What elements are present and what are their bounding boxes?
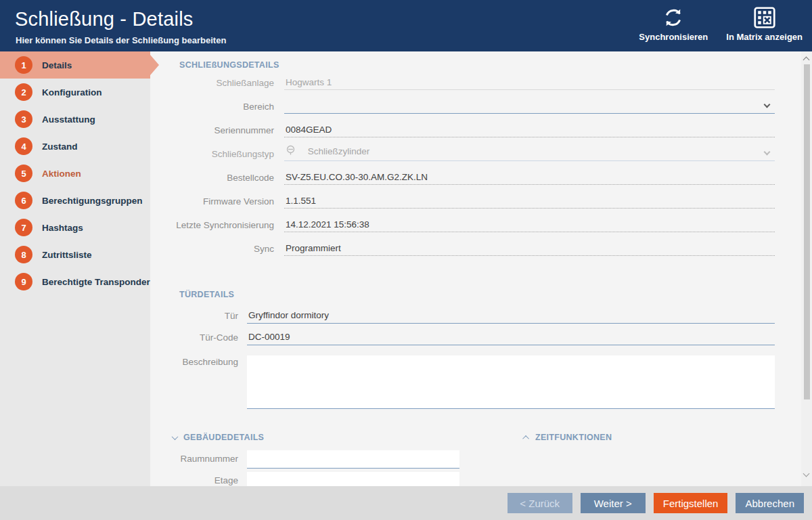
- step-number-badge: 9: [15, 273, 32, 290]
- field-seriennummer: Seriennummer 0084GEAD: [150, 114, 775, 137]
- chevron-up-icon: [522, 435, 529, 441]
- etage-input[interactable]: [247, 472, 459, 486]
- field-sync: Sync Programmiert: [150, 232, 775, 256]
- page-subtitle: Hier können Sie Details der Schließung b…: [16, 35, 226, 45]
- footer-bar: < Zurück Weiter > Fertigstellen Abbreche…: [0, 486, 812, 520]
- sync-status-value: Programmiert: [284, 243, 775, 256]
- schliessanlage-value: Hogwarts 1: [284, 77, 775, 90]
- matrix-icon: [752, 5, 777, 30]
- etage-label: Etage: [150, 475, 238, 485]
- sidebar-item-hashtags[interactable]: 7 Hashtags: [0, 214, 150, 241]
- step-number-badge: 7: [15, 219, 32, 236]
- beschreibung-textarea[interactable]: [247, 355, 775, 409]
- scroll-down-icon[interactable]: [803, 471, 810, 477]
- sidebar-item-details[interactable]: 1 Details: [0, 51, 150, 79]
- field-firmware-version: Firmware Version 1.1.551: [150, 185, 775, 209]
- sidebar-item-ausstattung[interactable]: 3 Ausstattung: [0, 106, 150, 133]
- page-title: Schließung - Details: [15, 8, 194, 30]
- bereich-select[interactable]: [286, 101, 775, 111]
- tuer-code-input[interactable]: [248, 332, 775, 342]
- header: Schließung - Details Hier können Sie Det…: [0, 0, 812, 51]
- back-button[interactable]: < Zurück: [508, 493, 572, 513]
- wizard-step-sidebar: 1 Details 2 Konfiguration 3 Ausstattung …: [0, 51, 150, 486]
- scrollbar-thumb[interactable]: [804, 64, 810, 399]
- tuer-input[interactable]: [248, 310, 775, 320]
- finish-button[interactable]: Fertigstellen: [654, 493, 728, 513]
- field-letzte-synchronisierung: Letzte Synchronisierung 14.12.2021 15:56…: [150, 209, 775, 232]
- vertical-scrollbar[interactable]: [801, 51, 812, 486]
- schliessungstyp-value: Schließzylinder: [308, 146, 370, 156]
- step-number-badge: 5: [15, 165, 32, 182]
- sidebar-item-berechtigte-transponder[interactable]: 9 Berechtigte Transponder: [0, 268, 150, 295]
- sidebar-item-berechtigungsgruppen[interactable]: 6 Berechtigungsgruppen: [0, 187, 150, 214]
- next-button[interactable]: Weiter >: [581, 493, 646, 513]
- beschreibung-label: Beschreibung: [150, 357, 238, 367]
- cylinder-icon: [286, 148, 298, 158]
- app-window: Schließung - Details Hier können Sie Det…: [0, 0, 812, 520]
- bestellcode-value: SV-Z5.EU.CO.30-30.AM.G2.ZK.LN: [284, 172, 775, 185]
- scroll-up-icon[interactable]: [803, 57, 810, 64]
- section-toggle-gebaeudedetails[interactable]: GEBÄUDEDETAILS: [173, 433, 264, 442]
- sync-icon: [661, 5, 685, 30]
- synchronize-label: Synchronisieren: [639, 32, 708, 42]
- step-number-badge: 3: [15, 110, 32, 128]
- firmware-version-value: 1.1.551: [284, 196, 775, 209]
- step-number-badge: 1: [15, 56, 32, 74]
- locking-details-fields: Schließanlage Hogwarts 1 Bereich Serienn…: [150, 66, 775, 256]
- step-number-badge: 6: [15, 192, 32, 209]
- show-in-matrix-label: In Matrix anzeigen: [726, 32, 803, 42]
- step-number-badge: 4: [15, 137, 32, 155]
- letzte-synchronisierung-value: 14.12.2021 15:56:38: [284, 219, 775, 232]
- seriennummer-value: 0084GEAD: [284, 125, 775, 137]
- field-schliessungstyp: Schließungstyp Schließzylinder: [150, 137, 775, 161]
- sidebar-item-zustand[interactable]: 4 Zustand: [0, 133, 150, 160]
- field-schliessanlage: Schließanlage Hogwarts 1: [150, 66, 775, 90]
- sidebar-item-zutrittsliste[interactable]: 8 Zutrittsliste: [0, 241, 150, 268]
- field-bestellcode: Bestellcode SV-Z5.EU.CO.30-30.AM.G2.ZK.L…: [150, 161, 775, 185]
- synchronize-button[interactable]: Synchronisieren: [638, 5, 708, 42]
- section-toggle-zeitfunktionen[interactable]: ZEITFUNKTIONEN: [524, 433, 612, 442]
- chevron-down-icon: [172, 433, 179, 440]
- field-tuer: Tür: [150, 302, 775, 324]
- details-form: SCHLIEßUNGSDETAILS Schließanlage Hogwart…: [150, 51, 812, 486]
- show-in-matrix-button[interactable]: In Matrix anzeigen: [726, 5, 803, 42]
- step-number-badge: 2: [15, 83, 32, 101]
- field-bereich: Bereich: [150, 90, 775, 114]
- sidebar-item-konfiguration[interactable]: 2 Konfiguration: [0, 79, 150, 106]
- field-tuer-code: Tür-Code: [150, 324, 775, 345]
- header-actions: Synchronisieren In Matrix anzeigen: [638, 5, 803, 42]
- door-details-fields: Tür Tür-Code: [150, 302, 775, 345]
- raumnummer-label: Raumnummer: [150, 454, 238, 464]
- step-number-badge: 8: [15, 246, 32, 263]
- raumnummer-input[interactable]: [247, 450, 459, 469]
- section-title-tuerdetails: TÜRDETAILS: [179, 290, 234, 299]
- sidebar-item-aktionen[interactable]: 5 Aktionen: [0, 160, 150, 187]
- cancel-button[interactable]: Abbrechen: [736, 493, 804, 513]
